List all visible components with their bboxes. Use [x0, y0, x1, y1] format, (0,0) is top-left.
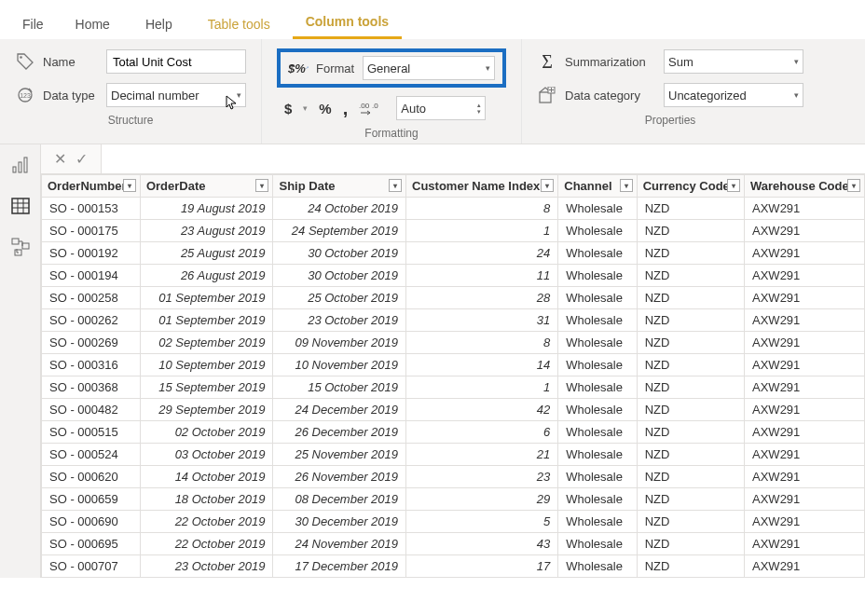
table-cell[interactable]: AXW291	[745, 421, 865, 444]
table-cell[interactable]: 17 December 2019	[273, 555, 406, 578]
table-cell[interactable]: 17	[406, 555, 558, 578]
table-cell[interactable]: NZD	[637, 309, 744, 332]
table-cell[interactable]: 19 August 2019	[140, 198, 273, 220]
table-cell[interactable]: 30 October 2019	[273, 242, 406, 265]
table-row[interactable]: SO - 00025801 September 201925 October 2…	[42, 287, 865, 309]
table-cell[interactable]: 23	[406, 466, 558, 488]
table-row[interactable]: SO - 00069022 October 201930 December 20…	[42, 511, 865, 533]
table-cell[interactable]: Wholesale	[558, 488, 637, 511]
table-cell[interactable]: SO - 000659	[42, 488, 141, 511]
table-row[interactable]: SO - 00048229 September 201924 December …	[42, 399, 865, 421]
tab-file[interactable]: File	[13, 7, 53, 39]
table-cell[interactable]: 10 September 2019	[140, 354, 273, 376]
table-row[interactable]: SO - 00026201 September 201923 October 2…	[42, 309, 865, 332]
table-row[interactable]: SO - 00069522 October 201924 November 20…	[42, 533, 865, 555]
table-cell[interactable]: 5	[406, 511, 558, 533]
table-row[interactable]: SO - 00062014 October 201926 November 20…	[42, 466, 865, 488]
table-cell[interactable]: AXW291	[745, 265, 865, 287]
table-cell[interactable]: 15 October 2019	[273, 376, 406, 399]
table-cell[interactable]: 01 September 2019	[140, 287, 273, 309]
table-cell[interactable]: NZD	[637, 466, 744, 488]
table-cell[interactable]: AXW291	[745, 466, 865, 488]
table-cell[interactable]: NZD	[637, 399, 744, 421]
filter-button[interactable]: ▾	[255, 179, 268, 192]
table-cell[interactable]: NZD	[637, 354, 744, 376]
table-cell[interactable]: 30 October 2019	[273, 265, 406, 287]
tab-table-tools[interactable]: Table tools	[195, 7, 283, 39]
table-cell[interactable]: NZD	[637, 555, 744, 578]
table-cell[interactable]: 26 December 2019	[273, 421, 406, 444]
table-row[interactable]: SO - 00015319 August 201924 October 2019…	[42, 198, 865, 220]
table-cell[interactable]: 23 October 2019	[273, 309, 406, 332]
table-cell[interactable]: NZD	[637, 444, 744, 466]
table-cell[interactable]: NZD	[637, 198, 744, 220]
tab-help[interactable]: Help	[132, 7, 185, 39]
table-cell[interactable]: Wholesale	[558, 354, 637, 376]
table-cell[interactable]: Wholesale	[558, 332, 637, 354]
table-cell[interactable]: SO - 000515	[42, 421, 141, 444]
table-cell[interactable]: SO - 000690	[42, 511, 141, 533]
column-header[interactable]: Currency Code▾	[637, 175, 744, 198]
column-header[interactable]: Ship Date▾	[273, 175, 406, 198]
table-cell[interactable]: Wholesale	[558, 533, 637, 555]
formula-input[interactable]	[101, 144, 865, 173]
table-cell[interactable]: Wholesale	[558, 309, 637, 332]
column-header[interactable]: Warehouse Code▾	[745, 175, 865, 198]
table-cell[interactable]: NZD	[637, 287, 744, 309]
table-row[interactable]: SO - 00017523 August 201924 September 20…	[42, 220, 865, 242]
table-cell[interactable]: 14 October 2019	[140, 466, 273, 488]
table-cell[interactable]: 1	[406, 376, 558, 399]
table-cell[interactable]: 11	[406, 265, 558, 287]
table-cell[interactable]: 25 October 2019	[273, 287, 406, 309]
table-row[interactable]: SO - 00070723 October 201917 December 20…	[42, 555, 865, 578]
table-cell[interactable]: 03 October 2019	[140, 444, 273, 466]
table-cell[interactable]: 02 October 2019	[140, 421, 273, 444]
table-cell[interactable]: NZD	[637, 220, 744, 242]
datacategory-select[interactable]: Uncategorized ▾	[664, 83, 803, 107]
table-cell[interactable]: AXW291	[745, 488, 865, 511]
table-cell[interactable]: SO - 000316	[42, 354, 141, 376]
chevron-down-icon[interactable]: ▾	[303, 103, 308, 113]
stepper-up-icon[interactable]: ▴	[477, 102, 481, 108]
table-cell[interactable]: AXW291	[745, 198, 865, 220]
table-cell[interactable]: NZD	[637, 332, 744, 354]
table-cell[interactable]: AXW291	[745, 533, 865, 555]
decimals-stepper[interactable]: Auto ▴▾	[396, 96, 486, 120]
table-cell[interactable]: AXW291	[745, 309, 865, 332]
table-cell[interactable]: AXW291	[745, 332, 865, 354]
table-cell[interactable]: 08 December 2019	[273, 488, 406, 511]
table-cell[interactable]: 22 October 2019	[140, 511, 273, 533]
table-cell[interactable]: 21	[406, 444, 558, 466]
table-cell[interactable]: Wholesale	[558, 220, 637, 242]
table-cell[interactable]: SO - 000262	[42, 309, 141, 332]
table-cell[interactable]: NZD	[637, 533, 744, 555]
table-row[interactable]: SO - 00031610 September 201910 November …	[42, 354, 865, 376]
filter-button[interactable]: ▾	[620, 179, 633, 192]
table-cell[interactable]: Wholesale	[558, 399, 637, 421]
column-header[interactable]: OrderDate▾	[140, 175, 273, 198]
cancel-icon[interactable]: ✕	[54, 150, 66, 168]
name-input[interactable]	[106, 49, 246, 74]
format-select[interactable]: General ▾	[363, 56, 495, 80]
table-cell[interactable]: NZD	[637, 421, 744, 444]
table-cell[interactable]: 01 September 2019	[140, 309, 273, 332]
column-header[interactable]: Customer Name Index▾	[406, 175, 558, 198]
filter-button[interactable]: ▾	[123, 179, 136, 192]
table-cell[interactable]: 6	[406, 421, 558, 444]
decimal-shift-icon[interactable]: .00.0	[359, 98, 379, 118]
table-cell[interactable]: AXW291	[745, 376, 865, 399]
table-cell[interactable]: Wholesale	[558, 265, 637, 287]
table-cell[interactable]: 29 September 2019	[140, 399, 273, 421]
table-cell[interactable]: Wholesale	[558, 287, 637, 309]
table-cell[interactable]: 24 October 2019	[273, 198, 406, 220]
table-row[interactable]: SO - 00026902 September 201909 November …	[42, 332, 865, 354]
table-row[interactable]: SO - 00051502 October 201926 December 20…	[42, 421, 865, 444]
table-cell[interactable]: Wholesale	[558, 198, 637, 220]
tab-home[interactable]: Home	[62, 7, 123, 39]
table-cell[interactable]: SO - 000368	[42, 376, 141, 399]
table-cell[interactable]: AXW291	[745, 399, 865, 421]
table-cell[interactable]: 24 September 2019	[273, 220, 406, 242]
table-cell[interactable]: 25 November 2019	[273, 444, 406, 466]
table-cell[interactable]: 14	[406, 354, 558, 376]
table-cell[interactable]: Wholesale	[558, 466, 637, 488]
